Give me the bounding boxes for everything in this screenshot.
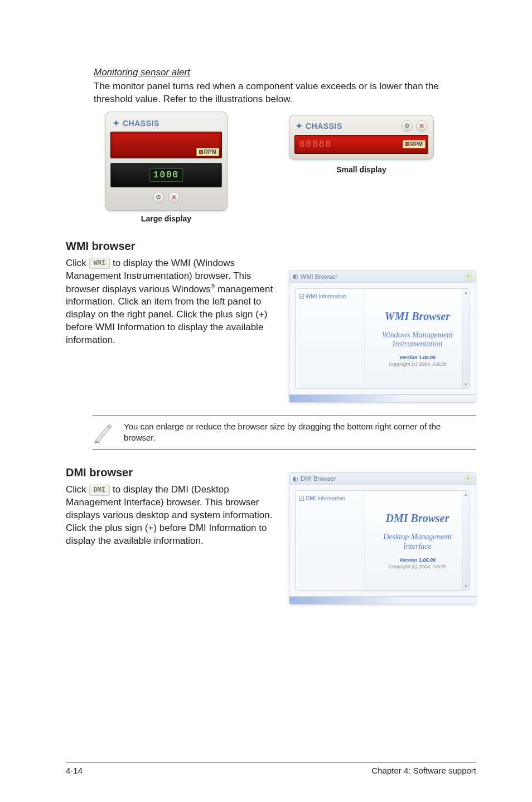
scroll-up-icon[interactable]: ▲: [464, 492, 468, 497]
wmi-splash-title: WMI Browser: [385, 310, 450, 323]
wmi-window-title: WMI Browser: [301, 273, 337, 280]
scroll-down-icon[interactable]: ▼: [464, 382, 468, 387]
monitor-alert-heading: Monitoring sensor alert: [94, 67, 476, 78]
page-number: 4-14: [66, 766, 83, 775]
app-icon: ◐: [293, 475, 298, 482]
wmi-body: Click WMI to display the WMI (Windows Ma…: [66, 257, 278, 347]
dmi-splash-sub2: Interface: [403, 542, 432, 552]
small-display-red-panel: 88888 RPM: [294, 135, 428, 154]
dmi-browser-window: ◐ DMI Browser ✕ + DMI Information DMI Br…: [289, 472, 476, 605]
tree-expand-icon[interactable]: +: [299, 294, 304, 299]
gear-icon: [402, 120, 413, 132]
large-display-red-panel: RPM: [110, 132, 222, 158]
note-pencil-icon: [93, 421, 114, 443]
large-display-title: CHASSIS: [123, 119, 159, 128]
large-display-digits: 1000: [149, 168, 183, 182]
small-display-rpm-badge: RPM: [403, 140, 425, 148]
wmi-splash-sub2: Instrumentation: [393, 340, 442, 349]
dmi-window-title: DMI Browser: [301, 475, 336, 482]
wmi-browser-window: ◐ WMI Browser ✕ + WMI Information WMI Br…: [289, 270, 476, 403]
small-display-panel: ✦ CHASSIS ✕ 88888 RPM: [289, 115, 434, 160]
wmi-splash-sub1: Windows Management: [382, 331, 453, 340]
app-icon: ◐: [293, 273, 298, 280]
plus-icon: ✦: [296, 121, 303, 131]
wmi-tree-item[interactable]: + WMI Information: [299, 293, 361, 299]
close-icon: ✕: [416, 120, 427, 132]
large-display-caption: Large display: [141, 214, 191, 223]
scrollbar[interactable]: ▲ ▼: [462, 289, 470, 388]
monitor-alert-body: The monitor panel turns red when a compo…: [94, 80, 476, 106]
gear-icon: [153, 192, 164, 203]
small-display-caption: Small display: [336, 165, 386, 174]
scroll-down-icon[interactable]: ▼: [464, 584, 468, 589]
dmi-button-chip[interactable]: DMI: [89, 485, 110, 496]
scroll-up-icon[interactable]: ▲: [464, 290, 468, 295]
wmi-heading: WMI browser: [66, 240, 476, 253]
close-icon: ✕: [168, 192, 180, 203]
window-close-icon[interactable]: ✕: [465, 273, 472, 281]
window-close-icon[interactable]: ✕: [465, 475, 472, 482]
dmi-version: Version 1.00.00: [399, 557, 436, 563]
dmi-body: Click DMI to display the DMI (Desktop Ma…: [66, 484, 278, 548]
tree-expand-icon[interactable]: +: [299, 496, 304, 501]
chapter-label: Chapter 4: Software support: [371, 766, 476, 775]
dmi-splash-sub1: Desktop Management: [383, 533, 451, 542]
dmi-copyright: Copyright (c) 2004, ASUS: [389, 564, 446, 569]
wmi-version: Version 1.00.00: [399, 355, 436, 360]
note-block: You can enlarge or reduce the browser si…: [93, 415, 476, 450]
scrollbar[interactable]: ▲ ▼: [462, 491, 470, 590]
small-display-title: CHASSIS: [306, 122, 342, 131]
dmi-splash-title: DMI Browser: [386, 512, 449, 525]
large-display-digit-panel: 1000: [110, 163, 222, 187]
large-display-rpm-badge: RPM: [196, 148, 219, 156]
wmi-copyright: Copyright (c) 2004, ASUS: [389, 361, 446, 367]
plus-icon: ✦: [113, 118, 120, 128]
note-text: You can enlarge or reduce the browser si…: [124, 421, 476, 444]
large-display-panel: ✦ CHASSIS RPM 1000 ✕: [105, 112, 228, 211]
dmi-tree-item[interactable]: + DMI Information: [299, 495, 361, 501]
wmi-button-chip[interactable]: WMI: [89, 258, 110, 269]
